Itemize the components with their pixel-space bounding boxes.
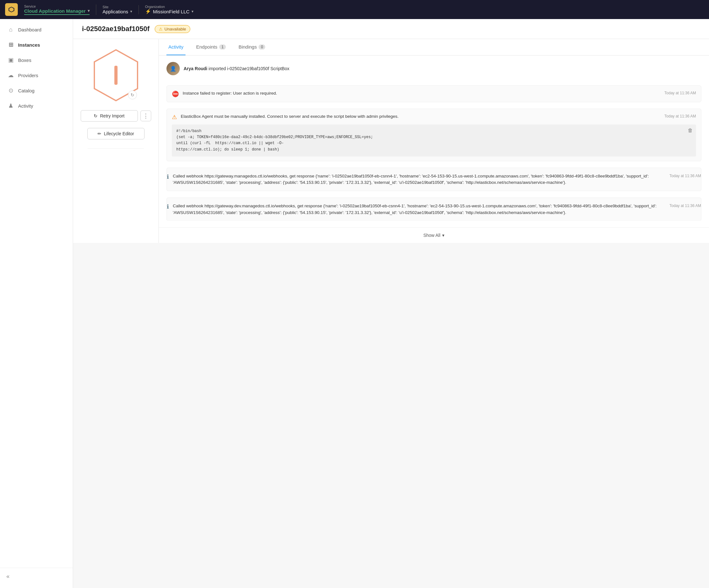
endpoints-badge: 1 [219,45,226,50]
error-icon: ⛔ [172,90,179,98]
activity-user-text: Arya Roudi imported i-02502ae19baf1050f … [184,66,289,71]
instance-icon-wrap: ↻ [90,47,141,104]
info-icon-1: ℹ [167,173,169,180]
warn-text: ElasticBox Agent must be manually instal… [181,113,661,120]
webhook-text-1: Called webhook https://gateway.managedos… [173,173,666,186]
warn-time: Today at 11:36 AM [664,114,696,118]
org-name[interactable]: ⚡ MissionField LLC ▾ [145,8,193,14]
instances-icon: ⊞ [7,41,14,48]
error-message-card: ⛔ Instance failed to register: User acti… [166,85,701,102]
org-icon: ⚡ [145,8,151,14]
org-section: Organization ⚡ MissionField LLC ▾ [145,5,193,14]
service-label: Service [24,4,89,8]
warn-triangle-icon: ⚠ [172,114,177,121]
status-badge: ⚠ Unavailable [155,25,190,33]
warn-icon: ⚠ [159,27,163,31]
logo[interactable] [5,3,18,16]
sidebar-item-dashboard[interactable]: ⌂ Dashboard [0,22,73,37]
main-content: i-02502ae19baf1050f ⚠ Unavailable ↻ [73,19,709,588]
service-name[interactable]: Cloud Application Manager ▾ [24,8,89,15]
sync-icon: ↻ [128,90,137,99]
error-content: ⛔ Instance failed to register: User acti… [172,90,661,98]
error-time: Today at 11:36 AM [664,91,696,95]
tab-endpoints[interactable]: Endpoints 1 [194,39,228,55]
sidebar-item-boxes[interactable]: ▣ Boxes [0,52,73,68]
webhook-card-2: ℹ Called webhook https://gateway.dev.man… [166,197,701,221]
page-title: i-02502ae19baf1050f [82,25,150,33]
tab-activity[interactable]: Activity [166,39,185,55]
site-name[interactable]: Applications ▾ [103,9,132,14]
webhook-time-1: Today at 11:36 AM [669,174,701,178]
copy-code-button[interactable]: 🗑 [688,128,693,133]
code-content: #!/bin/bash (set -a; TOKEN=f480c16e-daa2… [176,129,373,152]
webhook-time-2: Today at 11:36 AM [669,204,701,208]
org-dropdown-icon: ▾ [191,9,193,14]
content-area: ↻ ↻ Retry Import ⋮ ✏ Lifecycle Editor [73,39,709,243]
service-dropdown-icon: ▾ [88,8,89,13]
avatar-image: 👤 [166,62,180,75]
sidebar-bottom: « [0,568,73,585]
pencil-icon: ✏ [98,131,101,136]
home-icon: ⌂ [7,26,14,33]
retry-import-button[interactable]: ↻ Retry Import [81,110,138,122]
collapse-sidebar-button[interactable]: « [6,573,9,580]
info-icon-2: ℹ [167,203,169,210]
topnav: Service Cloud Application Manager ▾ Site… [0,0,709,19]
site-dropdown-icon: ▾ [130,9,132,14]
page-header: i-02502ae19baf1050f ⚠ Unavailable [73,19,709,39]
avatar: 👤 [166,62,180,75]
right-panel: Activity Endpoints 1 Bindings 0 [159,39,709,243]
error-message-row: ⛔ Instance failed to register: User acti… [172,90,696,98]
webhook-text-2: Called webhook https://gateway.dev.manag… [173,203,666,216]
site-label: Site [103,5,132,9]
sidebar: ⌂ Dashboard ⊞ Instances ▣ Boxes ☁ Provid… [0,19,73,588]
action-button-row: ↻ Retry Import ⋮ [81,110,151,122]
chevron-down-icon: ▾ [442,233,444,238]
lifecycle-editor-button[interactable]: ✏ Lifecycle Editor [87,128,145,139]
activity-header: 👤 Arya Roudi imported i-02502ae19baf1050… [166,62,701,75]
left-panel: ↻ ↻ Retry Import ⋮ ✏ Lifecycle Editor [73,39,159,243]
warn-message-card: ⚠ ElasticBox Agent must be manually inst… [166,109,701,161]
sidebar-item-catalog[interactable]: ⊙ Catalog [0,83,73,98]
site-section: Site Applications ▾ [103,5,139,14]
webhook-row-1: ℹ Called webhook https://gateway.managed… [167,173,701,186]
bindings-badge: 0 [259,45,265,50]
divider [88,148,144,149]
tabs: Activity Endpoints 1 Bindings 0 [159,39,709,56]
boxes-icon: ▣ [7,56,14,63]
warn-message-row: ⚠ ElasticBox Agent must be manually inst… [172,113,696,121]
svg-rect-3 [114,66,117,85]
error-text: Instance failed to register: User action… [183,90,661,97]
sidebar-item-activity[interactable]: ♟ Activity [0,98,73,113]
service-section: Service Cloud Application Manager ▾ [24,4,96,15]
catalog-icon: ⊙ [7,87,14,94]
webhook-card-1: ℹ Called webhook https://gateway.managed… [166,168,701,191]
more-options-button[interactable]: ⋮ [140,110,151,121]
webhook-row-2: ℹ Called webhook https://gateway.dev.man… [167,203,701,216]
warn-content: ⚠ ElasticBox Agent must be manually inst… [172,113,661,121]
activity-feed: 👤 Arya Roudi imported i-02502ae19baf1050… [159,56,709,227]
code-block: #!/bin/bash (set -a; TOKEN=f480c16e-daa2… [172,125,696,157]
sidebar-item-providers[interactable]: ☁ Providers [0,68,73,83]
activity-icon: ♟ [7,102,14,109]
sidebar-item-instances[interactable]: ⊞ Instances [0,37,73,52]
org-label: Organization [145,5,193,8]
retry-icon: ↻ [94,113,98,118]
webhook-content-1: ℹ Called webhook https://gateway.managed… [167,173,666,186]
providers-icon: ☁ [7,72,14,79]
tab-bindings[interactable]: Bindings 0 [237,39,267,55]
webhook-content-2: ℹ Called webhook https://gateway.dev.man… [167,203,666,216]
kebab-icon: ⋮ [143,112,149,119]
show-all-button[interactable]: Show All ▾ [159,227,709,243]
